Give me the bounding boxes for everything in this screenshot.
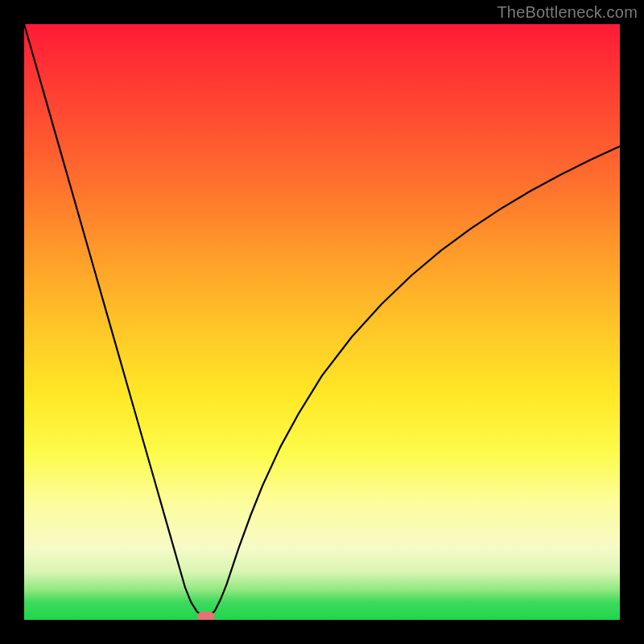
chart-frame: TheBottleneck.com <box>0 0 644 644</box>
watermark-text: TheBottleneck.com <box>497 3 638 22</box>
plot-area <box>24 24 620 620</box>
gradient-background <box>24 24 620 620</box>
